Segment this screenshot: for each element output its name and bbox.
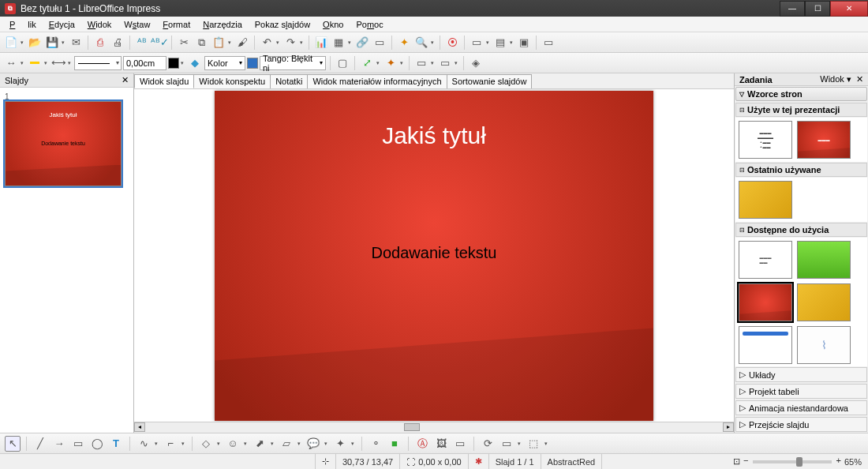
help-icon[interactable]: ⦿ (444, 35, 460, 51)
curve-tool-icon[interactable]: ∿ (136, 436, 152, 452)
slide-thumbnail-1[interactable]: 1 Jakiś tytuł Dodawanie tekstu (0, 88, 133, 191)
table-dropdown[interactable]: ▾ (346, 39, 353, 46)
undo-dropdown[interactable]: ▾ (275, 39, 281, 46)
scroll-right-icon[interactable]: ▸ (723, 422, 734, 432)
section-custom-animation[interactable]: ▷Animacja niestandardowa (735, 400, 867, 415)
fill-color-combo[interactable]: Tango: Błękit ni▾ (260, 56, 326, 70)
subsection-available[interactable]: ⊟Dostępne do użycia (735, 223, 867, 237)
tasks-view-menu[interactable]: Widok ▾ ✕ (820, 74, 863, 84)
arrange-icon[interactable]: ▭ (437, 55, 453, 71)
rectangle-tool-icon[interactable]: ▭ (70, 436, 86, 452)
hyperlink-icon[interactable]: 🔗 (354, 35, 370, 51)
template-abstractred[interactable]: ▬▬▬ (797, 121, 851, 159)
fill-type-combo[interactable]: Kolor▾ (204, 56, 245, 70)
fontwork-icon[interactable]: Ⓐ (414, 436, 430, 452)
line-tool-icon[interactable]: ╱ (32, 436, 48, 452)
tab-notes[interactable]: Notatki (270, 74, 308, 88)
block-arrows-icon[interactable]: ⬈ (252, 436, 268, 452)
redo-icon[interactable]: ↷ (282, 35, 298, 51)
zoom-icon[interactable]: 🔍 (413, 35, 429, 51)
tab-sorter[interactable]: Sortowanie slajdów (447, 74, 533, 88)
glue-points-icon[interactable]: ■ (387, 436, 402, 452)
fill-icon[interactable]: ◆ (187, 55, 203, 71)
menu-view[interactable]: Widok (81, 18, 118, 31)
window-maximize-button[interactable]: ☐ (805, 1, 830, 17)
tab-normal[interactable]: Widok slajdu (134, 74, 194, 88)
copy-icon[interactable]: ⧉ (193, 35, 209, 51)
flowchart-icon[interactable]: ▱ (279, 436, 294, 452)
save-icon[interactable]: 💾 (44, 35, 60, 51)
redo-dropdown[interactable]: ▾ (298, 39, 305, 46)
slideshow-icon[interactable]: ▭ (372, 35, 387, 51)
find-icon[interactable]: ✦ (396, 35, 412, 51)
open-icon[interactable]: 📂 (27, 35, 43, 51)
align-objects-icon[interactable]: ▭ (499, 436, 514, 452)
auto-spellcheck-icon[interactable]: ᴬᴮ✓ (152, 35, 167, 51)
stars-icon[interactable]: ✦ (332, 436, 348, 452)
menu-format[interactable]: Format (156, 18, 196, 31)
menu-tools[interactable]: Narzędzia (196, 18, 249, 31)
line-color-box[interactable] (168, 58, 179, 69)
zoom-slider[interactable] (753, 460, 832, 463)
ellipse-tool-icon[interactable]: ◯ (89, 436, 105, 452)
subsection-recent[interactable]: ⊟Ostatnio używane (735, 163, 867, 177)
layout-dropdown[interactable]: ▾ (508, 39, 514, 46)
zoom-dropdown[interactable]: ▾ (429, 39, 436, 46)
text-tool-icon[interactable]: T (108, 436, 124, 452)
basic-shapes-icon[interactable]: ◇ (198, 436, 214, 452)
template-blueline[interactable] (739, 326, 792, 364)
section-table-design[interactable]: ▷Projekt tabeli (735, 384, 867, 399)
format-paintbrush-icon[interactable]: 🖌 (234, 35, 250, 51)
crop-icon[interactable]: ⤢ (359, 55, 375, 71)
points-edit-icon[interactable]: ⚬ (368, 436, 383, 452)
slide-layout-icon[interactable]: ▤ (492, 35, 508, 51)
template-green[interactable] (797, 241, 851, 279)
paste-dropdown[interactable]: ▾ (226, 39, 233, 46)
subsection-used[interactable]: ⊟Użyte w tej prezentacji (735, 103, 867, 117)
pdf-export-icon[interactable]: ⎙ (92, 35, 108, 51)
slide-master-icon[interactable]: ▣ (516, 35, 532, 51)
menu-edit[interactable]: Edycja (43, 18, 81, 31)
current-slide[interactable]: Jakiś tytuł Dodawanie tekstu (215, 91, 653, 421)
menu-file[interactable]: Plik (3, 18, 43, 31)
new-doc-icon[interactable]: 📄 (3, 35, 19, 51)
tab-outline[interactable]: Widok konspektu (193, 74, 271, 88)
effects-icon[interactable]: ✦ (383, 55, 398, 71)
scroll-thumb[interactable] (404, 423, 420, 431)
symbol-shapes-icon[interactable]: ☺ (225, 436, 241, 452)
section-layouts[interactable]: ▷Układy (735, 367, 867, 382)
connector-tool-icon[interactable]: ⌐ (163, 436, 178, 452)
template-default[interactable]: ▬▬▬▬▬▬▬• ▬▬• ▬▬ (739, 121, 792, 159)
spellcheck-icon[interactable]: ᴬᴮ (134, 35, 150, 51)
from-file-icon[interactable]: 🖼 (433, 436, 449, 452)
menu-slideshow[interactable]: Pokaz slajdów (249, 18, 316, 31)
line-style-combo[interactable]: ▾ (74, 56, 122, 70)
template-yellow[interactable] (739, 181, 792, 219)
print-icon[interactable]: 🖨 (110, 35, 125, 51)
template-yellow2[interactable] (797, 283, 851, 321)
arrow-tool-icon[interactable]: → (51, 436, 67, 452)
gallery-icon[interactable]: ▭ (541, 35, 556, 51)
section-slide-transition[interactable]: ▷Przejście slajdu (735, 417, 867, 432)
slide-design-icon[interactable]: ▭ (469, 35, 485, 51)
menu-window[interactable]: Okno (316, 18, 350, 31)
undo-icon[interactable]: ↶ (259, 35, 275, 51)
template-spiral[interactable]: ⌇ (797, 326, 851, 364)
shadow-icon[interactable]: ▢ (335, 55, 350, 71)
rotate-icon[interactable]: ⟳ (480, 436, 496, 452)
select-tool-icon[interactable]: ↖ (5, 436, 21, 452)
menu-help[interactable]: Pomoc (350, 18, 389, 31)
line-width-spinner[interactable]: 0,00cm (123, 56, 166, 70)
arrow-dropdown[interactable]: ▾ (19, 60, 25, 66)
new-dropdown[interactable]: ▾ (19, 39, 25, 46)
line-endings-icon[interactable]: ⟷ (51, 55, 66, 71)
save-dropdown[interactable]: ▾ (60, 39, 66, 46)
chart-icon[interactable]: 📊 (313, 35, 329, 51)
menu-insert[interactable]: Wstaw (118, 18, 156, 31)
arrow-style-icon[interactable]: ↔ (3, 55, 19, 71)
paste-icon[interactable]: 📋 (211, 35, 226, 51)
slide-canvas[interactable]: Jakiś tytuł Dodawanie tekstu (134, 89, 734, 422)
email-icon[interactable]: ✉ (68, 35, 84, 51)
section-master-pages[interactable]: ▽ Wzorce stron (735, 87, 867, 101)
arrange-objects-icon[interactable]: ⬚ (526, 436, 541, 452)
